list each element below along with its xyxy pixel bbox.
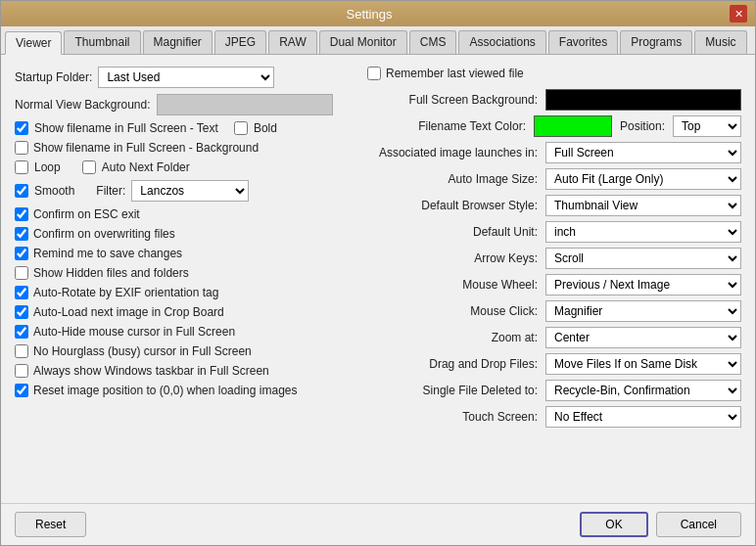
default-browser-select[interactable]: Thumbnail View bbox=[545, 195, 741, 216]
auto-hide-cursor-checkbox[interactable] bbox=[15, 325, 28, 339]
mouse-wheel-label: Mouse Wheel: bbox=[462, 278, 538, 292]
bold-checkbox[interactable] bbox=[234, 121, 248, 135]
filename-text-color[interactable] bbox=[534, 115, 612, 137]
default-browser-label: Default Browser Style: bbox=[421, 199, 538, 212]
tab-dual-monitor[interactable]: Dual Monitor bbox=[319, 30, 407, 54]
show-hidden-row: Show Hidden files and folders bbox=[15, 266, 348, 280]
auto-hide-cursor-label: Auto-Hide mouse cursor in Full Screen bbox=[33, 325, 235, 339]
mouse-click-select[interactable]: Magnifier bbox=[545, 300, 741, 322]
ok-button[interactable]: OK bbox=[580, 512, 647, 537]
confirm-esc-label: Confirm on ESC exit bbox=[33, 207, 140, 221]
auto-load-crop-checkbox[interactable] bbox=[15, 305, 28, 319]
remind-save-checkbox[interactable] bbox=[15, 247, 28, 260]
show-filename-bg-label: Show filename in Full Screen - Backgroun… bbox=[33, 141, 259, 155]
zoom-at-select[interactable]: Center bbox=[545, 327, 741, 348]
show-filename-bg-row: Show filename in Full Screen - Backgroun… bbox=[15, 141, 348, 155]
remember-file-row: Remember last viewed file bbox=[367, 67, 741, 80]
show-filename-text-row: Show filename in Full Screen - Text Bold bbox=[15, 121, 348, 135]
auto-rotate-row: Auto-Rotate by EXIF orientation tag bbox=[15, 286, 348, 299]
tab-magnifier[interactable]: Magnifier bbox=[143, 30, 213, 54]
fullscreen-bg-color[interactable] bbox=[545, 89, 741, 111]
reset-image-row: Reset image position to (0,0) when loadi… bbox=[15, 384, 348, 397]
confirm-esc-checkbox[interactable] bbox=[15, 207, 28, 221]
bold-label: Bold bbox=[254, 121, 277, 135]
mouse-click-row: Mouse Click: Magnifier bbox=[367, 300, 741, 322]
settings-window: Settings ✕ Viewer Thumbnail Magnifier JP… bbox=[0, 0, 756, 546]
tab-associations[interactable]: Associations bbox=[458, 30, 545, 54]
remind-save-row: Remind me to save changes bbox=[15, 247, 348, 260]
normal-bg-row: Normal View Background: bbox=[15, 94, 348, 115]
auto-rotate-checkbox[interactable] bbox=[15, 286, 28, 299]
drag-drop-row: Drag and Drop Files: Move Files If on Sa… bbox=[367, 353, 741, 375]
auto-image-size-select[interactable]: Auto Fit (Large Only) bbox=[545, 168, 741, 190]
show-filename-bg-checkbox[interactable] bbox=[15, 141, 28, 155]
show-hidden-checkbox[interactable] bbox=[15, 266, 28, 280]
tab-raw[interactable]: RAW bbox=[268, 30, 317, 54]
always-show-taskbar-row: Always show Windows taskbar in Full Scre… bbox=[15, 364, 348, 378]
fullscreen-bg-label: Full Screen Background: bbox=[409, 93, 538, 107]
smooth-checkbox[interactable] bbox=[15, 184, 28, 198]
auto-next-folder-checkbox[interactable] bbox=[82, 160, 96, 174]
startup-folder-label: Startup Folder: bbox=[15, 70, 92, 84]
content-area: Startup Folder: Last Used Normal View Ba… bbox=[1, 55, 755, 503]
remember-file-checkbox[interactable] bbox=[367, 67, 381, 80]
fullscreen-bg-row: Full Screen Background: bbox=[367, 89, 741, 111]
tab-programs[interactable]: Programs bbox=[620, 30, 692, 54]
associated-select[interactable]: Full Screen bbox=[545, 142, 741, 163]
touch-screen-row: Touch Screen: No Effect bbox=[367, 406, 741, 428]
right-panel: Remember last viewed file Full Screen Ba… bbox=[367, 67, 741, 491]
drag-drop-label: Drag and Drop Files: bbox=[429, 357, 538, 371]
left-panel: Startup Folder: Last Used Normal View Ba… bbox=[15, 67, 348, 491]
startup-folder-select[interactable]: Last Used bbox=[98, 67, 274, 88]
tab-cms[interactable]: CMS bbox=[409, 30, 457, 54]
close-button[interactable]: ✕ bbox=[730, 5, 747, 23]
cancel-button[interactable]: Cancel bbox=[656, 512, 741, 537]
default-unit-select[interactable]: inch bbox=[545, 221, 741, 243]
confirm-overwrite-row: Confirm on overwriting files bbox=[15, 227, 348, 241]
position-select[interactable]: Top Bottom bbox=[673, 115, 741, 137]
reset-button[interactable]: Reset bbox=[15, 512, 86, 537]
touch-screen-label: Touch Screen: bbox=[462, 410, 538, 424]
tab-viewer[interactable]: Viewer bbox=[5, 31, 62, 55]
arrow-keys-row: Arrow Keys: Scroll bbox=[367, 248, 741, 269]
footer: Reset OK Cancel bbox=[1, 503, 755, 545]
auto-hide-cursor-row: Auto-Hide mouse cursor in Full Screen bbox=[15, 325, 348, 339]
tab-favorites[interactable]: Favorites bbox=[548, 30, 618, 54]
remind-save-label: Remind me to save changes bbox=[33, 247, 182, 260]
zoom-at-label: Zoom at: bbox=[492, 331, 538, 344]
filter-label: Filter: bbox=[96, 184, 125, 198]
associated-row: Associated image launches in: Full Scree… bbox=[367, 142, 741, 163]
show-filename-text-checkbox[interactable] bbox=[15, 121, 28, 135]
always-show-taskbar-checkbox[interactable] bbox=[15, 364, 28, 378]
no-hourglass-row: No Hourglass (busy) cursor in Full Scree… bbox=[15, 344, 348, 358]
filename-color-label: Filename Text Color: bbox=[418, 119, 526, 133]
single-file-deleted-label: Single File Deleted to: bbox=[423, 384, 538, 397]
tab-thumbnail[interactable]: Thumbnail bbox=[64, 30, 140, 54]
mouse-wheel-select[interactable]: Previous / Next Image bbox=[545, 274, 741, 296]
tab-jpeg[interactable]: JPEG bbox=[214, 30, 266, 54]
loop-checkbox[interactable] bbox=[15, 160, 28, 174]
arrow-keys-select[interactable]: Scroll bbox=[545, 248, 741, 269]
tab-music[interactable]: Music bbox=[694, 30, 746, 54]
filter-select[interactable]: Lanczos bbox=[131, 180, 249, 202]
filename-color-row: Filename Text Color: Position: Top Botto… bbox=[367, 115, 741, 137]
normal-bg-color[interactable] bbox=[157, 94, 333, 115]
title-bar: Settings ✕ bbox=[1, 1, 755, 26]
confirm-esc-row: Confirm on ESC exit bbox=[15, 207, 348, 221]
no-hourglass-label: No Hourglass (busy) cursor in Full Scree… bbox=[33, 344, 252, 358]
touch-screen-select[interactable]: No Effect bbox=[545, 406, 741, 428]
zoom-at-row: Zoom at: Center bbox=[367, 327, 741, 348]
auto-rotate-label: Auto-Rotate by EXIF orientation tag bbox=[33, 286, 218, 299]
no-hourglass-checkbox[interactable] bbox=[15, 344, 28, 358]
mouse-wheel-row: Mouse Wheel: Previous / Next Image bbox=[367, 274, 741, 296]
drag-drop-select[interactable]: Move Files If on Same Disk bbox=[545, 353, 741, 375]
auto-image-size-label: Auto Image Size: bbox=[449, 172, 538, 186]
show-hidden-label: Show Hidden files and folders bbox=[33, 266, 189, 280]
auto-load-crop-row: Auto-Load next image in Crop Board bbox=[15, 305, 348, 319]
single-file-deleted-select[interactable]: Recycle-Bin, Confirmation bbox=[545, 380, 741, 401]
reset-image-checkbox[interactable] bbox=[15, 384, 28, 397]
auto-next-folder-label: Auto Next Folder bbox=[102, 160, 190, 174]
loop-row: Loop Auto Next Folder bbox=[15, 160, 348, 174]
startup-folder-row: Startup Folder: Last Used bbox=[15, 67, 348, 88]
confirm-overwrite-checkbox[interactable] bbox=[15, 227, 28, 241]
